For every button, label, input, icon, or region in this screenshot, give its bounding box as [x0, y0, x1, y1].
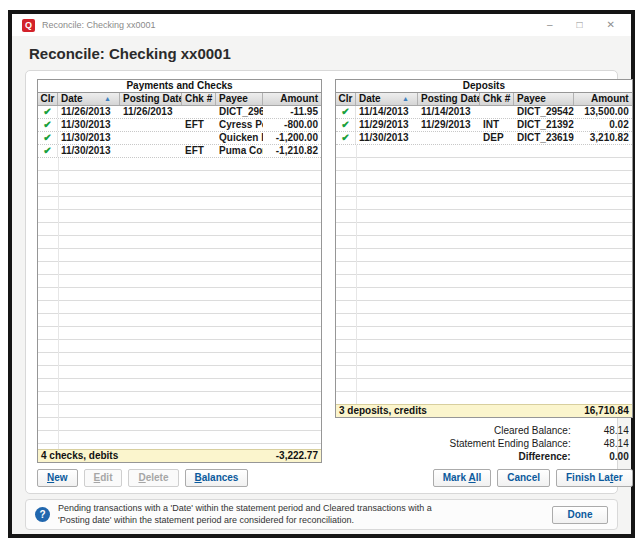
- cell-chk: EFT: [182, 145, 216, 157]
- footer-note-line1: Pending transactions with a 'Date' withi…: [58, 503, 552, 515]
- column-header-payee[interactable]: Payee: [216, 93, 263, 105]
- deposits-button-row: Mark All Cancel Finish Later: [335, 469, 633, 487]
- cell-payee: Cyress Point Apts: [216, 119, 263, 131]
- cell-amount: 13,500.00: [574, 106, 632, 118]
- statement-ending-balance-label: Statement Ending Balance:: [450, 437, 571, 450]
- cell-date: 11/14/2013: [356, 106, 418, 118]
- table-row[interactable]: ✔ 11/29/2013 11/29/2013 INT DICT_21392 0…: [336, 119, 632, 132]
- cleared-check-icon[interactable]: ✔: [336, 119, 356, 131]
- payments-table-body: ✔ 11/26/2013 11/26/2013 DICT_29697 -11.9…: [38, 106, 321, 449]
- column-header-chk[interactable]: Chk #: [182, 93, 216, 105]
- column-header-posting[interactable]: Posting Date: [418, 93, 480, 105]
- cleared-check-icon[interactable]: ✔: [38, 145, 58, 157]
- cleared-check-icon[interactable]: ✔: [38, 119, 58, 131]
- payments-summary-label: 4 checks, debits: [41, 450, 118, 462]
- done-button[interactable]: Done: [552, 506, 608, 524]
- sort-ascending-icon: ▲: [104, 93, 111, 105]
- cell-date: 11/30/2013: [58, 132, 120, 144]
- difference-value: 0.00: [571, 450, 633, 463]
- deposits-table: Deposits Clr Date▲ Posting Date Chk # Pa…: [335, 79, 633, 418]
- deposits-table-caption: Deposits: [336, 80, 632, 93]
- footer-note: Pending transactions with a 'Date' withi…: [58, 503, 552, 526]
- cell-posting-date: [120, 132, 182, 144]
- deposits-summary-amount: 16,710.84: [584, 405, 629, 417]
- deposits-column: Deposits Clr Date▲ Posting Date Chk # Pa…: [335, 79, 633, 485]
- cell-amount: -1,210.82: [263, 145, 321, 157]
- cleared-check-icon[interactable]: ✔: [38, 132, 58, 144]
- column-header-date[interactable]: Date▲: [356, 93, 418, 105]
- table-row[interactable]: ✔ 11/30/2013 EFT Puma Construction -1,21…: [38, 145, 321, 158]
- cleared-balance-label: Cleared Balance:: [494, 424, 571, 437]
- cell-posting-date: [120, 145, 182, 157]
- sort-ascending-icon: ▲: [402, 93, 409, 105]
- payments-summary-amount: -3,222.77: [276, 450, 318, 462]
- page-title: Reconcile: Checking xx0001: [12, 36, 631, 70]
- title-bar: Q Reconcile: Checking xx0001 – □ ✕: [12, 14, 631, 36]
- finish-later-button[interactable]: Finish Later: [556, 469, 633, 487]
- cell-posting-date: 11/29/2013: [418, 119, 480, 131]
- window-title: Reconcile: Checking xx0001: [42, 20, 547, 30]
- cell-amount: -1,200.00: [263, 132, 321, 144]
- table-row[interactable]: ✔ 11/30/2013 Quicken Inc -1,200.00: [38, 132, 321, 145]
- reconcile-window: Q Reconcile: Checking xx0001 – □ ✕ Recon…: [8, 10, 635, 538]
- table-row[interactable]: ✔ 11/14/2013 11/14/2013 DICT_29542 13,50…: [336, 106, 632, 119]
- reconcile-main-panel: Payments and Checks Clr Date▲ Posting Da…: [25, 70, 618, 494]
- mark-all-button[interactable]: Mark All: [433, 469, 492, 487]
- delete-button[interactable]: Delete: [128, 469, 178, 487]
- cell-chk: [182, 106, 216, 118]
- cell-chk: [182, 132, 216, 144]
- cell-payee: Puma Construction: [216, 145, 263, 157]
- cell-chk: DEP: [480, 132, 514, 144]
- cell-amount: -11.95: [263, 106, 321, 118]
- minimize-icon[interactable]: –: [547, 20, 553, 30]
- cell-chk: [480, 106, 514, 118]
- cell-posting-date: [418, 132, 480, 144]
- footer-bar: ? Pending transactions with a 'Date' wit…: [25, 499, 618, 530]
- cell-date: 11/30/2013: [58, 145, 120, 157]
- column-header-clr[interactable]: Clr: [336, 93, 356, 105]
- balances-button[interactable]: Balances: [185, 469, 249, 487]
- statement-ending-balance-value: 48.14: [571, 437, 633, 450]
- column-header-amount[interactable]: Amount: [574, 93, 632, 105]
- cell-amount: -800.00: [263, 119, 321, 131]
- close-icon[interactable]: ✕: [607, 20, 615, 30]
- edit-button[interactable]: Edit: [84, 469, 123, 487]
- cell-posting-date: 11/14/2013: [418, 106, 480, 118]
- cleared-balance-value: 48.14: [571, 424, 633, 437]
- cleared-check-icon[interactable]: ✔: [38, 106, 58, 118]
- footer-note-line2: 'Posting date' within the statement peri…: [58, 515, 552, 527]
- deposits-summary-label: 3 deposits, credits: [339, 405, 427, 417]
- column-header-date[interactable]: Date▲: [58, 93, 120, 105]
- cell-payee: Quicken Inc: [216, 132, 263, 144]
- payments-table-caption: Payments and Checks: [38, 80, 321, 93]
- table-row[interactable]: ✔ 11/26/2013 11/26/2013 DICT_29697 -11.9…: [38, 106, 321, 119]
- column-header-clr[interactable]: Clr: [38, 93, 58, 105]
- help-icon[interactable]: ?: [35, 507, 50, 522]
- cell-posting-date: 11/26/2013: [120, 106, 182, 118]
- column-header-amount[interactable]: Amount: [263, 93, 321, 105]
- deposits-table-body: ✔ 11/14/2013 11/14/2013 DICT_29542 13,50…: [336, 106, 632, 404]
- deposits-table-header: Clr Date▲ Posting Date Chk # Payee Amoun…: [336, 93, 632, 106]
- cancel-button[interactable]: Cancel: [497, 469, 550, 487]
- payments-table-header: Clr Date▲ Posting Date Chk # Payee Amoun…: [38, 93, 321, 106]
- cleared-check-icon[interactable]: ✔: [336, 132, 356, 144]
- cell-payee: DICT_29542: [514, 106, 574, 118]
- cell-chk: INT: [480, 119, 514, 131]
- table-row[interactable]: ✔ 11/30/2013 DEP DICT_23619 3,210.82: [336, 132, 632, 145]
- table-row[interactable]: ✔ 11/30/2013 EFT Cyress Point Apts -800.…: [38, 119, 321, 132]
- date-header-label: Date: [359, 93, 381, 105]
- new-button[interactable]: New: [37, 469, 78, 487]
- cell-amount: 0.02: [574, 119, 632, 131]
- payments-column: Payments and Checks Clr Date▲ Posting Da…: [37, 79, 322, 485]
- deposits-summary-bar: 3 deposits, credits 16,710.84: [336, 404, 632, 417]
- column-header-chk[interactable]: Chk #: [480, 93, 514, 105]
- cell-date: 11/30/2013: [356, 132, 418, 144]
- date-header-label: Date: [61, 93, 83, 105]
- cell-amount: 3,210.82: [574, 132, 632, 144]
- screenshot-stage: Q Reconcile: Checking xx0001 – □ ✕ Recon…: [0, 0, 643, 548]
- column-header-posting[interactable]: Posting Date: [120, 93, 182, 105]
- column-header-payee[interactable]: Payee: [514, 93, 574, 105]
- maximize-icon[interactable]: □: [577, 20, 583, 30]
- cleared-check-icon[interactable]: ✔: [336, 106, 356, 118]
- cell-date: 11/30/2013: [58, 119, 120, 131]
